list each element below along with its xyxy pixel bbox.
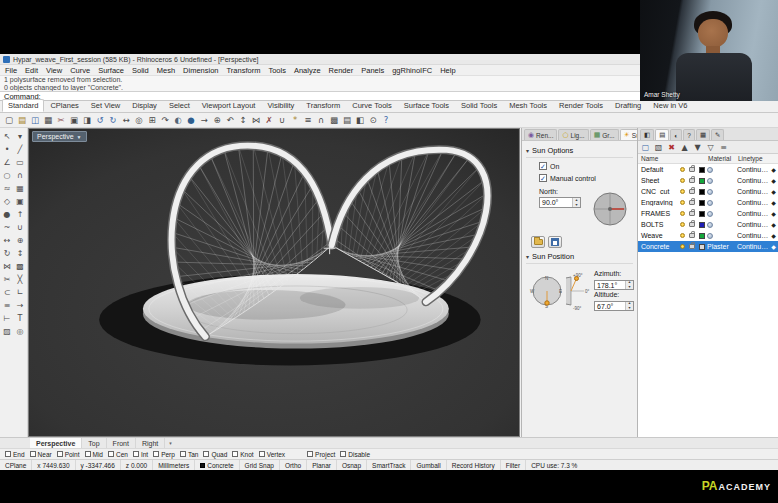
boolean-tool-icon[interactable]: ∪ (14, 221, 27, 234)
copy-tool-icon[interactable]: ⊕ (14, 234, 27, 247)
toolbar-tab-display[interactable]: Display (126, 99, 163, 112)
toolbar-tab-transform[interactable]: Transform (300, 99, 346, 112)
layer-lock-icon[interactable] (689, 189, 695, 194)
layer-tools-icon[interactable]: ≡ (718, 142, 729, 153)
point-tool-icon[interactable]: • (1, 143, 14, 156)
print-icon[interactable]: ▦ (42, 114, 54, 126)
layer-visibility-bulb-icon[interactable] (680, 244, 685, 249)
osnap-checkbox[interactable] (30, 451, 36, 457)
north-compass-dial[interactable] (589, 188, 631, 230)
menu-item-render[interactable]: Render (325, 66, 358, 75)
status-toggle-gumball[interactable]: Gumball (411, 460, 446, 470)
fillet-icon[interactable]: ∩ (315, 114, 327, 126)
osnap-checkbox[interactable] (108, 451, 114, 457)
new-file-icon[interactable]: ▢ (3, 114, 15, 126)
sun-options-header[interactable]: ▾ Sun Options (526, 146, 633, 158)
layer-lock-icon[interactable] (689, 244, 695, 249)
layer-linetype[interactable]: Continuous (737, 210, 769, 217)
osnap-checkbox[interactable] (340, 451, 346, 457)
move-tool-icon[interactable]: ↔ (1, 234, 14, 247)
pan-icon[interactable]: ↔ (120, 114, 132, 126)
popup-toolbar-icon[interactable]: ▾ (14, 130, 27, 143)
toolbar-tab-set-view[interactable]: Set View (85, 99, 126, 112)
move-up-icon[interactable]: ▲ (679, 142, 690, 153)
layer-row-bolts[interactable]: BOLTSContinuous◆ (638, 219, 778, 230)
altitude-dial[interactable]: +90° 0° -90° (566, 272, 590, 310)
layer-material-cell[interactable] (707, 167, 737, 173)
status-toggle-osnap[interactable]: Osnap (337, 460, 367, 470)
viewport-tab-menu-icon[interactable]: ▾ (165, 440, 176, 446)
mirror-icon[interactable]: ⋈ (250, 114, 262, 126)
extrude-tool-icon[interactable]: ↑ (14, 208, 27, 221)
toolbar-tab-solid-tools[interactable]: Solid Tools (455, 99, 503, 112)
scale-tool-icon[interactable]: ↕ (14, 247, 27, 260)
layer-row-default[interactable]: DefaultContinuous◆ (638, 164, 778, 175)
menu-item-dimension[interactable]: Dimension (179, 66, 222, 75)
line-tool-icon[interactable]: ╱ (14, 143, 27, 156)
osnap-checkbox[interactable] (180, 451, 186, 457)
viewport-tab-perspective[interactable]: Perspective (30, 438, 82, 448)
menu-item-analyze[interactable]: Analyze (290, 66, 325, 75)
layer-visibility-bulb-icon[interactable] (680, 233, 685, 238)
layer-linetype[interactable]: Continuous (737, 177, 769, 184)
layer-color-swatch[interactable] (699, 211, 705, 217)
spinner-arrows-icon[interactable]: ▲▼ (625, 302, 633, 310)
layer-linetype[interactable]: Continuous (737, 199, 769, 206)
mirror-tool-icon[interactable]: ⋈ (1, 260, 14, 273)
sphere-tool-icon[interactable]: ● (1, 208, 14, 221)
perspective-viewport[interactable]: Perspective ▼ (28, 128, 520, 437)
layer-visibility-bulb-icon[interactable] (680, 200, 685, 205)
trim-icon[interactable]: ✗ (263, 114, 275, 126)
zoom-icon[interactable]: ◎ (133, 114, 145, 126)
rectangle-tool-icon[interactable]: ▭ (14, 156, 27, 169)
help-tab-icon[interactable]: ? (683, 129, 695, 140)
current-layer-button[interactable]: Concrete (195, 460, 239, 470)
layer-color-swatch[interactable] (699, 222, 705, 228)
shaded-view-icon[interactable]: ◐ (172, 114, 184, 126)
menu-item-file[interactable]: File (1, 66, 21, 75)
layer-linetype[interactable]: Continuous (737, 221, 769, 228)
layer-row-cnc-cut[interactable]: CNC_cutContinuous◆ (638, 186, 778, 197)
layer-lock-icon[interactable] (689, 167, 695, 172)
properties-tab-icon[interactable]: ◧ (640, 129, 654, 140)
webcam-overlay[interactable]: Amar Shetty (640, 0, 778, 101)
layer-row-sheet[interactable]: SheetContinuous◆ (638, 175, 778, 186)
curve-tool-icon[interactable]: ≈ (1, 182, 14, 195)
osnap-cen[interactable]: Cen (108, 451, 128, 458)
status-toggle-record-history[interactable]: Record History (447, 460, 501, 470)
layer-color-swatch[interactable] (699, 200, 705, 206)
filter-icon[interactable]: ▽ (705, 142, 716, 153)
menu-item-ggrhinoifc[interactable]: ggRhinoIFC (388, 66, 436, 75)
osnap-checkbox[interactable] (259, 451, 265, 457)
dimension-tool-icon[interactable]: ⊢ (1, 312, 14, 325)
plane-tool-icon[interactable]: ◇ (1, 195, 14, 208)
copy-object-icon[interactable]: ⊕ (211, 114, 223, 126)
status-toggle-planar[interactable]: Planar (307, 460, 337, 470)
select-cursor-icon[interactable]: ↖ (1, 130, 14, 143)
menu-item-transform[interactable]: Transform (223, 66, 265, 75)
trim-tool-icon[interactable]: ✂ (1, 273, 14, 286)
osnap-project[interactable]: Project (307, 451, 335, 458)
layer-material-cell[interactable] (707, 211, 737, 217)
box-tool-icon[interactable]: ▣ (14, 195, 27, 208)
spinner-arrows-icon[interactable]: ▲▼ (572, 198, 580, 207)
manual-control-checkbox[interactable]: ✓ (539, 174, 547, 182)
menu-item-edit[interactable]: Edit (21, 66, 42, 75)
help-icon[interactable]: ? (380, 114, 392, 126)
toolbar-tab-visibility[interactable]: Visibility (261, 99, 300, 112)
fillet-tool-icon[interactable]: ∟ (14, 286, 27, 299)
open-file-icon[interactable]: ▤ (16, 114, 28, 126)
toolbar-tab-render-tools[interactable]: Render Tools (553, 99, 609, 112)
layer-row-concrete[interactable]: ConcretePlasterContinuous◆ (638, 241, 778, 252)
toolbar-tab-select[interactable]: Select (163, 99, 196, 112)
layer-lock-icon[interactable] (689, 178, 695, 183)
rendering-tab[interactable]: ◉Ren... (524, 129, 557, 140)
3d-scene[interactable] (29, 129, 519, 436)
libraries-tab-icon[interactable]: ▦ (696, 129, 710, 140)
layer-visibility-bulb-icon[interactable] (680, 222, 685, 227)
explode-icon[interactable]: * (289, 114, 301, 126)
osnap-disable[interactable]: Disable (340, 451, 370, 458)
layer-lock-icon[interactable] (689, 222, 695, 227)
new-layer-icon[interactable]: ▢ (640, 142, 651, 153)
loft-tool-icon[interactable]: ~ (1, 221, 14, 234)
